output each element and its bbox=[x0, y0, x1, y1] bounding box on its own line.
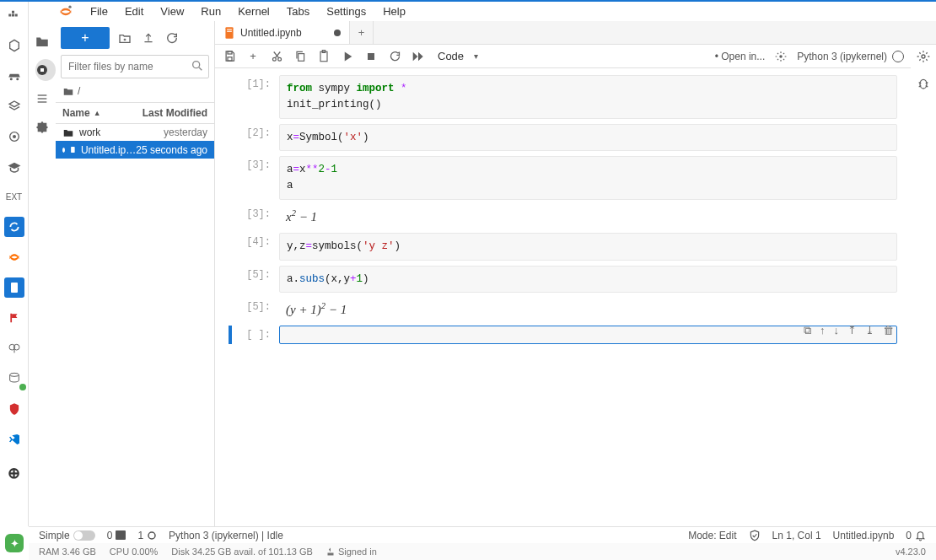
kernel-gear-icon[interactable] bbox=[773, 49, 788, 64]
open-in-button[interactable]: • Open in... bbox=[715, 51, 766, 62]
tab-untitled[interactable]: Untitled.ipynb bbox=[215, 21, 350, 44]
svg-point-31 bbox=[272, 57, 276, 61]
kernel-name[interactable]: Python 3 (ipykernel) bbox=[797, 51, 887, 62]
svg-marker-4 bbox=[9, 40, 19, 51]
bottom-left-badge[interactable]: ✦ bbox=[0, 526, 29, 560]
code-editor[interactable]: a=x**2-1 a bbox=[279, 156, 897, 200]
svg-rect-27 bbox=[227, 29, 232, 30]
duplicate-icon[interactable]: ⧉ bbox=[804, 324, 811, 337]
terminals-count[interactable]: 0 bbox=[107, 530, 126, 541]
grad-icon[interactable] bbox=[4, 157, 24, 177]
folder-tab-icon[interactable] bbox=[34, 33, 51, 50]
code-cell[interactable]: [ ]:⧉↑↓⤒⤓🗑 bbox=[229, 326, 897, 344]
code-editor[interactable]: from sympy import * init_printing() bbox=[279, 75, 897, 119]
status-filename[interactable]: Untitled.ipynb bbox=[833, 530, 895, 541]
ext-label: EXT bbox=[6, 192, 22, 202]
jupyter-icon[interactable] bbox=[4, 247, 24, 267]
paste-icon[interactable] bbox=[316, 49, 331, 64]
code-editor[interactable]: y,z=symbols('y z') bbox=[279, 233, 897, 261]
cell-output: (y + 1)2 − 1 bbox=[279, 298, 897, 320]
elephant-icon[interactable] bbox=[4, 338, 24, 358]
cut-icon[interactable] bbox=[269, 49, 284, 64]
kernels-count[interactable]: 1 bbox=[137, 530, 157, 541]
debug-icon[interactable] bbox=[917, 77, 930, 90]
add-tab-button[interactable]: + bbox=[350, 21, 374, 44]
cell-prompt: [5]: bbox=[229, 298, 279, 320]
new-launcher-button[interactable]: + bbox=[61, 27, 110, 49]
menu-help[interactable]: Help bbox=[374, 3, 414, 20]
db-icon[interactable] bbox=[4, 369, 24, 389]
target-icon[interactable] bbox=[4, 127, 24, 147]
menu-kernel[interactable]: Kernel bbox=[229, 3, 278, 20]
insert-below-icon[interactable]: ⤓ bbox=[865, 324, 874, 337]
menu-run[interactable]: Run bbox=[192, 3, 229, 20]
breadcrumb[interactable]: / bbox=[56, 83, 214, 102]
cell-output: x2 − 1 bbox=[279, 205, 897, 228]
flag-icon[interactable] bbox=[4, 308, 24, 328]
cursor-position: Ln 1, Col 1 bbox=[772, 530, 821, 541]
signed-in: Signed in bbox=[326, 547, 377, 557]
insert-above-icon[interactable]: ⤒ bbox=[847, 324, 857, 337]
code-cell[interactable]: [1]:from sympy import * init_printing() bbox=[229, 75, 897, 119]
car-icon[interactable] bbox=[4, 66, 24, 86]
doc-ext-icon[interactable] bbox=[4, 277, 24, 298]
code-editor[interactable]: x=Symbol('x') bbox=[279, 124, 897, 152]
file-browser: + / Name▲ Last Modified workyesterdayUnt… bbox=[56, 21, 215, 526]
svg-point-42 bbox=[780, 55, 783, 58]
code-cell[interactable]: [3]:a=x**2-1 a bbox=[229, 156, 897, 200]
menu-view[interactable]: View bbox=[152, 3, 192, 20]
save-icon[interactable] bbox=[222, 49, 237, 64]
col-modified-header[interactable]: Last Modified bbox=[136, 103, 214, 123]
vscode-icon[interactable] bbox=[4, 429, 24, 450]
delete-icon[interactable]: 🗑 bbox=[883, 324, 894, 337]
svg-rect-35 bbox=[299, 54, 304, 62]
svg-rect-1 bbox=[12, 14, 14, 17]
docker-icon[interactable] bbox=[4, 5, 24, 25]
menu-edit[interactable]: Edit bbox=[116, 3, 152, 20]
kernel-status-text[interactable]: Python 3 (ipykernel) | Idle bbox=[169, 530, 283, 541]
insert-cell-icon[interactable]: + bbox=[245, 49, 261, 64]
move-down-icon[interactable]: ↓ bbox=[834, 324, 840, 337]
menu-tabs[interactable]: Tabs bbox=[278, 3, 318, 20]
menu-settings[interactable]: Settings bbox=[318, 3, 374, 20]
tab-title: Untitled.ipynb bbox=[240, 27, 302, 39]
refresh-icon[interactable] bbox=[164, 30, 180, 46]
simple-toggle[interactable]: Simple bbox=[39, 530, 95, 541]
add-ext-icon[interactable]: ⊕ bbox=[4, 463, 24, 483]
shield-icon[interactable] bbox=[4, 399, 24, 419]
run-icon[interactable] bbox=[340, 49, 355, 64]
hex-icon[interactable] bbox=[4, 35, 24, 56]
run-all-icon[interactable] bbox=[411, 49, 426, 64]
file-row[interactable]: Untitled.ip…25 seconds ago bbox=[56, 141, 214, 159]
notifications-count[interactable]: 0 bbox=[906, 530, 926, 541]
svg-rect-28 bbox=[227, 30, 232, 31]
col-name-header[interactable]: Name▲ bbox=[56, 103, 136, 123]
move-up-icon[interactable]: ↑ bbox=[820, 324, 826, 337]
list-tab-icon[interactable] bbox=[34, 90, 51, 107]
notebook-toolbar: + Code • Open in... Python 3 (ipykernel) bbox=[215, 45, 911, 68]
stack-icon[interactable] bbox=[4, 96, 24, 116]
running-tab-icon[interactable] bbox=[34, 62, 51, 78]
cell-type-select[interactable]: Code bbox=[434, 48, 478, 64]
stop-icon[interactable] bbox=[363, 49, 379, 64]
kernel-status-icon bbox=[892, 51, 904, 62]
copy-icon[interactable] bbox=[293, 49, 308, 64]
code-editor[interactable]: a.subs(x,y+1) bbox=[279, 266, 897, 293]
file-row[interactable]: workyesterday bbox=[56, 124, 214, 141]
cell-prompt: [1]: bbox=[229, 75, 279, 119]
cell-prompt: [3]: bbox=[229, 156, 279, 200]
code-cell[interactable]: [5]:a.subs(x,y+1) bbox=[229, 266, 897, 293]
puzzle-tab-icon[interactable] bbox=[34, 119, 51, 136]
code-cell[interactable]: [4]:y,z=symbols('y z') bbox=[229, 233, 897, 261]
menu-file[interactable]: File bbox=[82, 3, 116, 20]
file-filter-input[interactable] bbox=[61, 55, 209, 78]
trusted-icon[interactable] bbox=[749, 530, 761, 541]
code-cell[interactable]: [2]:x=Symbol('x') bbox=[229, 124, 897, 152]
restart-icon[interactable] bbox=[387, 49, 402, 64]
svg-rect-0 bbox=[8, 14, 11, 17]
property-gear-icon[interactable] bbox=[917, 50, 930, 63]
new-folder-icon[interactable] bbox=[116, 30, 133, 46]
upload-icon[interactable] bbox=[140, 30, 157, 46]
svg-rect-2 bbox=[14, 14, 17, 17]
refresh-ext-icon[interactable] bbox=[4, 217, 24, 237]
